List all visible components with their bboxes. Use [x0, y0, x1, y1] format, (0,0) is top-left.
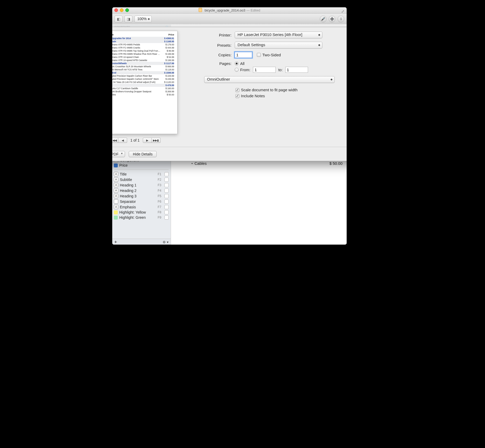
pages-range-radio[interactable] [235, 68, 239, 72]
print-dialog: Component Price ▼Bicycle Upgrades for 20… [112, 27, 347, 161]
scale-label: Scale document to fit page width [241, 88, 298, 92]
preview-row: ▼Front End$ 1599.98 [112, 71, 174, 74]
swatch-icon [114, 216, 118, 220]
document-icon [199, 8, 202, 12]
preview-row: •Shimano XTR FC-M985 Cranks$ 444.99 [112, 46, 174, 49]
include-notes-checkbox[interactable] [235, 94, 239, 98]
style-name: Heading 1 [120, 183, 137, 187]
preview-row: •Crank Brothers Kronolog Dropper Seatpos… [112, 90, 174, 93]
gear-icon[interactable]: ⚙︎ ▾ [163, 240, 169, 244]
style-item[interactable]: AHeading 3F5 [112, 193, 171, 199]
app-window: bicycle_upgrade_2014.oo3 — Edited ⤢ ◧ ◨ … [112, 7, 347, 245]
style-checkbox[interactable] [164, 215, 169, 220]
preview-row: •Shimano XTR PD-M985 Pedals$ 179.00 [112, 43, 174, 46]
style-name: Highlight: Green [119, 215, 146, 220]
pdf-menu-button[interactable]: PDF [112, 151, 125, 157]
printer-select[interactable]: HP LaserJet P3010 Series [4th Floor] [235, 32, 322, 38]
toolbar: ◧ ◨ 100% 🎤 ➕ ℹ︎ [112, 14, 347, 25]
style-name: Heading 2 [120, 189, 137, 193]
preview-row: •Loaded Precision Napalm Carbon Riser Ba… [112, 74, 174, 77]
style-item[interactable]: AHeading 1F3 [112, 182, 171, 188]
preview-prev-button[interactable]: ◀ [118, 138, 127, 143]
hide-details-button[interactable]: Hide Details [129, 151, 157, 157]
preview-row: ▼Drivetrain$ 1168.95 [112, 40, 174, 43]
style-name: Separator [120, 199, 136, 204]
zoom-window-button[interactable] [125, 8, 129, 12]
style-checkbox[interactable] [164, 183, 169, 187]
zoom-select[interactable]: 100% [134, 16, 152, 22]
text-style-icon: A [114, 172, 118, 176]
separator-icon [114, 199, 118, 204]
preview-row: •Shimano XTR FD-M985 Top Swing Dual Pull… [112, 49, 174, 52]
pages-label: Pages: [181, 61, 235, 66]
preview-row: ▼Bicycle Upgrades for 2014$ 4366.91 [112, 37, 174, 40]
text-style-icon: A [114, 194, 118, 198]
preview-row: •Mavic CrossMax SLR 29 Mountain Wheels$ … [112, 65, 174, 68]
style-checkbox[interactable] [164, 178, 169, 182]
style-shortcut: F5 [158, 194, 161, 198]
scale-checkbox[interactable] [235, 88, 239, 92]
print-preview: Component Price ▼Bicycle Upgrades for 20… [112, 31, 178, 134]
preview-last-button[interactable]: ▶▶▮ [152, 138, 161, 143]
preview-row: ▼Other$ 479.99 [112, 84, 174, 87]
preview-page-indicator: 1 of 1 [130, 138, 139, 142]
style-name: Emphasis [120, 205, 136, 209]
sidebar-footer: + ⚙︎ ▾ [112, 239, 171, 245]
style-item[interactable]: ASubtitleF2 [112, 177, 171, 182]
text-style-icon: A [114, 205, 118, 209]
attach-button[interactable]: ➕ [329, 16, 335, 22]
fullscreen-icon[interactable]: ⤢ [341, 8, 345, 14]
pages-from-input[interactable] [253, 67, 276, 73]
style-item[interactable]: AEmphasisF7 [112, 204, 171, 210]
two-sided-checkbox[interactable] [257, 53, 261, 57]
style-checkbox[interactable] [164, 210, 169, 214]
column-icon [114, 164, 118, 167]
pages-all-radio[interactable] [235, 62, 239, 65]
preview-next-button[interactable]: ▶ [143, 138, 152, 143]
style-checkbox[interactable] [164, 199, 169, 204]
style-item[interactable]: ATitleF1 [112, 171, 171, 177]
add-style-button[interactable]: + [114, 239, 117, 245]
style-item[interactable]: AHeading 2F4 [112, 188, 171, 193]
copies-input[interactable] [235, 52, 252, 58]
style-shortcut: F3 [158, 183, 161, 187]
style-shortcut: F7 [158, 205, 161, 209]
style-name: Heading 3 [120, 194, 137, 198]
include-notes-label: Include Notes [241, 94, 265, 98]
close-window-button[interactable] [114, 8, 118, 12]
style-item[interactable]: Highlight: YellowF8 [112, 210, 171, 215]
style-shortcut: F2 [158, 178, 161, 181]
document-status: Edited [251, 8, 260, 12]
to-label: to: [278, 68, 283, 72]
presets-select[interactable]: Default Settings [235, 42, 322, 49]
copies-label: Copies: [181, 53, 235, 57]
minimize-window-button[interactable] [120, 8, 123, 12]
preview-first-button[interactable]: ▮◀◀ [112, 138, 118, 143]
info-button[interactable]: ℹ︎ [338, 16, 344, 22]
style-shortcut: F4 [158, 189, 161, 192]
two-sided-label: Two-Sided [262, 53, 281, 57]
style-name: Highlight: Yellow [119, 210, 146, 214]
style-checkbox[interactable] [164, 205, 169, 209]
record-audio-button[interactable]: 🎤 [320, 16, 327, 22]
style-item[interactable]: Highlight: GreenF9 [112, 215, 171, 220]
inspector-toggle-button[interactable]: ◨ [125, 16, 132, 22]
style-checkbox[interactable] [164, 189, 169, 193]
style-name: Title [120, 172, 127, 176]
pages-all-label: All [240, 61, 245, 66]
titlebar: bicycle_upgrade_2014.oo3 — Edited ⤢ [112, 7, 347, 14]
bullet-icon: • [190, 161, 194, 166]
section-select[interactable]: OmniOutliner [204, 76, 335, 83]
style-shortcut: F8 [158, 210, 161, 214]
from-label: From: [240, 68, 250, 72]
sidebar-column-price[interactable]: Price [112, 163, 171, 168]
pages-to-input[interactable] [285, 67, 308, 73]
style-checkbox[interactable] [164, 172, 169, 176]
preview-row: •Brooks C17 Cambium Saddle$ 160.00 [112, 87, 174, 90]
style-checkbox[interactable] [164, 194, 169, 198]
sidebar-toggle-button[interactable]: ◧ [115, 16, 122, 22]
style-name: Subtitle [120, 178, 132, 182]
document-title: bicycle_upgrade_2014.oo3 [205, 8, 245, 12]
row-name: Cables [194, 161, 316, 166]
style-item[interactable]: SeparatorF6 [112, 199, 171, 204]
